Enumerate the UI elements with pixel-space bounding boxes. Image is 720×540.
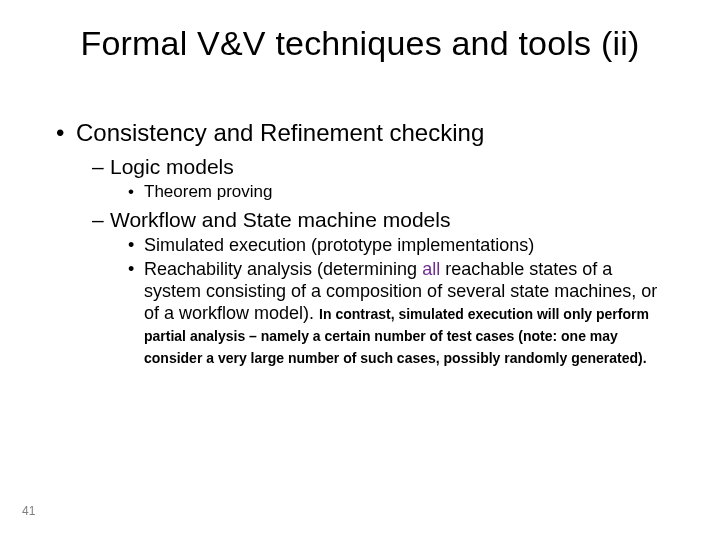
bullet-level2: – Logic models: [92, 154, 668, 180]
bullet-dash-icon: –: [92, 207, 104, 233]
bullet-level2: – Workflow and State machine models: [92, 207, 668, 233]
slide: Formal V&V techniques and tools (ii) • C…: [0, 0, 720, 540]
bullet-dot-icon: •: [56, 118, 64, 148]
bullet-dot-icon: •: [128, 235, 134, 257]
bullet-level3: • Theorem proving: [128, 182, 668, 203]
level2-text: Workflow and State machine models: [110, 208, 450, 231]
bullet-dash-icon: –: [92, 154, 104, 180]
slide-title: Formal V&V techniques and tools (ii): [0, 24, 720, 63]
level1-text: Consistency and Refinement checking: [76, 119, 484, 146]
level3-text: Simulated execution (prototype implement…: [144, 235, 534, 255]
level3-text-accent: all: [422, 259, 440, 279]
bullet-dot-icon: •: [128, 259, 134, 281]
bullet-level1: • Consistency and Refinement checking: [56, 118, 668, 148]
level3-text-pre: Reachability analysis (determining: [144, 259, 422, 279]
slide-body: • Consistency and Refinement checking – …: [56, 118, 668, 371]
bullet-level3: • Simulated execution (prototype impleme…: [128, 235, 668, 257]
level3-text: Theorem proving: [144, 182, 273, 201]
bullet-level3: • Reachability analysis (determining all…: [128, 259, 668, 369]
level2-text: Logic models: [110, 155, 234, 178]
bullet-dot-icon: •: [128, 182, 134, 203]
page-number: 41: [22, 504, 35, 518]
